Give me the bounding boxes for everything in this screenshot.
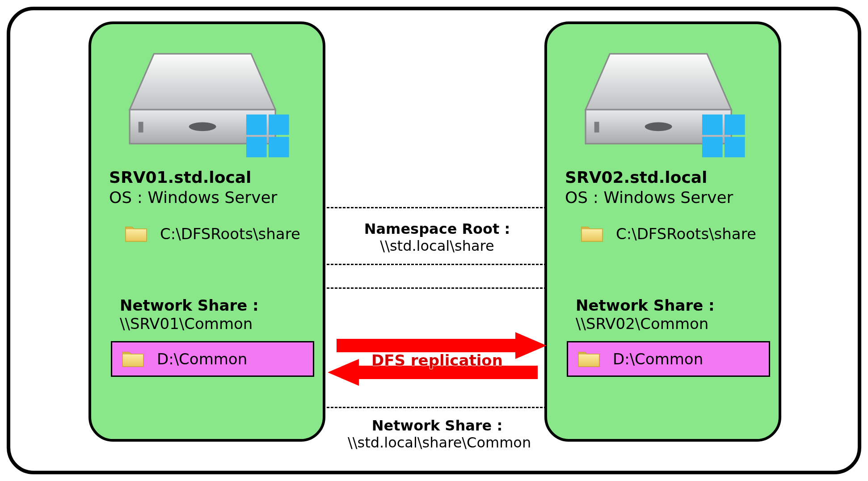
replication-label: DFS replication	[346, 351, 529, 369]
server-icon	[578, 46, 748, 158]
server-os: OS : Windows Server	[565, 187, 771, 207]
folder-icon	[577, 348, 602, 370]
replicated-folder-row-right: D:\Common	[567, 341, 770, 377]
diagram-canvas: SRV01.std.local OS : Windows Server SRV0…	[0, 0, 868, 481]
namespace-center-label: Namespace Root : \\std.local\share	[348, 220, 527, 255]
network-share-path: \\SRV01\Common	[120, 315, 259, 333]
namespace-path: \\std.local\share	[348, 237, 527, 254]
network-share-title: Network Share :	[120, 296, 259, 315]
svg-rect-7	[337, 339, 515, 352]
network-share-header-left: Network Share : \\SRV01\Common	[120, 296, 259, 333]
server-label-left: SRV01.std.local OS : Windows Server	[109, 167, 315, 207]
bottom-share-label: Network Share : \\std.local\share\Common	[348, 417, 527, 451]
network-share-title: Network Share :	[576, 296, 715, 315]
server-hostname: SRV02.std.local	[565, 167, 771, 187]
network-share-path: \\SRV02\Common	[576, 315, 715, 333]
dfs-root-row-left: C:\DFSRoots\share	[124, 223, 300, 245]
bottom-share-title: Network Share :	[348, 417, 527, 434]
server-hostname: SRV01.std.local	[109, 167, 315, 187]
local-path: D:\Common	[613, 350, 703, 368]
outer-frame: SRV01.std.local OS : Windows Server SRV0…	[7, 7, 861, 474]
dfs-root-path: C:\DFSRoots\share	[160, 225, 300, 243]
server-label-right: SRV02.std.local OS : Windows Server	[565, 167, 771, 207]
server-icon	[122, 46, 292, 158]
dfs-root-row-right: C:\DFSRoots\share	[580, 223, 756, 245]
namespace-title: Namespace Root :	[348, 220, 527, 237]
server-os: OS : Windows Server	[109, 187, 315, 207]
replicated-folder-row-left: D:\Common	[111, 341, 314, 377]
folder-icon	[121, 348, 146, 370]
dfs-root-path: C:\DFSRoots\share	[616, 225, 756, 243]
bottom-share-path: \\std.local\share\Common	[348, 434, 527, 451]
local-path: D:\Common	[157, 350, 247, 368]
folder-icon	[580, 223, 605, 245]
network-share-header-right: Network Share : \\SRV02\Common	[576, 296, 715, 333]
folder-icon	[124, 223, 149, 245]
